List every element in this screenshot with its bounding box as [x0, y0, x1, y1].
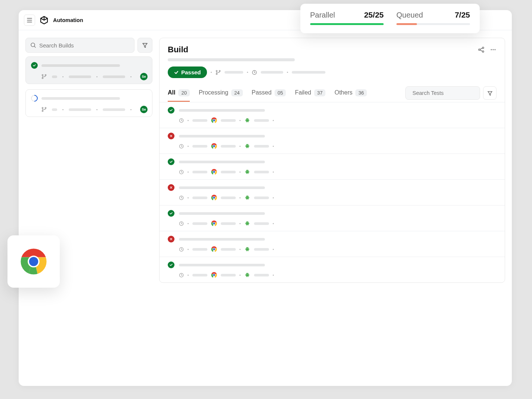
filter-builds-button[interactable] [137, 38, 152, 53]
clock-icon [179, 273, 184, 278]
test-row[interactable] [160, 205, 505, 231]
placeholder [41, 64, 120, 67]
selenium-badge: Se [140, 106, 148, 113]
chrome-icon [211, 169, 217, 175]
placeholder [192, 145, 207, 148]
status-pass-icon [168, 262, 174, 268]
share-icon[interactable] [478, 46, 485, 53]
metric-value: 7/25 [455, 10, 470, 19]
status-running-icon [30, 93, 39, 103]
branch-icon [41, 107, 47, 112]
svg-point-77 [247, 273, 247, 274]
svg-point-24 [248, 119, 248, 119]
placeholder [221, 119, 236, 122]
build-card[interactable]: Se [25, 56, 152, 84]
svg-point-60 [248, 222, 248, 222]
tab-others[interactable]: Others36 [334, 85, 366, 102]
logo-icon [40, 16, 49, 25]
svg-point-31 [213, 145, 215, 147]
placeholder [254, 119, 269, 122]
tab-processing[interactable]: Processing24 [199, 85, 243, 102]
placeholder [179, 109, 265, 112]
test-row[interactable] [160, 102, 505, 128]
metric-value: 25/25 [364, 10, 384, 19]
tab-all[interactable]: All20 [168, 85, 190, 102]
tab-passed[interactable]: Passed05 [252, 85, 286, 102]
build-status-label: Passed [181, 69, 201, 75]
android-icon [244, 117, 250, 123]
separator-dot [62, 109, 64, 110]
selenium-badge: Se [140, 73, 148, 80]
search-builds-box[interactable] [25, 38, 134, 53]
search-builds-input[interactable] [39, 42, 130, 49]
placeholder [221, 222, 236, 225]
header-title: Automation [53, 17, 83, 23]
status-fail-icon [168, 236, 174, 242]
svg-rect-62 [249, 223, 249, 224]
test-row[interactable] [160, 128, 505, 154]
svg-point-84 [29, 257, 38, 266]
app-window: Automation [19, 10, 512, 386]
chrome-icon [20, 248, 47, 275]
test-row[interactable] [160, 257, 505, 282]
search-tests-box[interactable] [405, 86, 480, 100]
branch-icon [41, 74, 47, 79]
tests-list [160, 102, 505, 282]
tab-label: Others [334, 89, 352, 96]
separator-dot [239, 249, 241, 250]
svg-point-33 [248, 145, 248, 145]
tab-failed[interactable]: Failed37 [295, 85, 325, 102]
placeholder [221, 248, 236, 251]
svg-rect-71 [249, 248, 249, 250]
separator-dot [273, 275, 274, 276]
search-tests-input[interactable] [412, 90, 483, 96]
status-pass-icon [168, 210, 174, 217]
clock-icon [179, 118, 184, 123]
chrome-icon [211, 272, 217, 278]
status-pass-icon [168, 158, 174, 165]
placeholder [179, 135, 265, 137]
android-icon [244, 220, 250, 226]
chrome-icon [211, 143, 217, 149]
filter-tests-button[interactable] [483, 86, 497, 100]
separator-dot [96, 76, 98, 77]
check-icon [174, 70, 179, 75]
more-icon[interactable] [490, 46, 497, 53]
tab-count: 24 [231, 89, 242, 96]
svg-point-69 [248, 248, 248, 248]
svg-point-49 [213, 197, 215, 198]
separator-dot [287, 72, 288, 73]
placeholder [221, 145, 236, 148]
menu-button[interactable] [24, 15, 35, 26]
placeholder [225, 71, 243, 74]
svg-point-15 [216, 73, 217, 74]
metric-label: Parallel [310, 11, 335, 19]
clock-icon [179, 144, 184, 149]
tabs-row: All20Processing24Passed05Failed37Others3… [160, 84, 505, 102]
placeholder [254, 171, 269, 173]
placeholder [69, 108, 91, 111]
svg-rect-26 [249, 120, 249, 121]
app-body: Se Se [19, 30, 512, 290]
svg-rect-52 [245, 197, 246, 198]
svg-point-14 [219, 70, 220, 71]
tab-count: 20 [178, 89, 189, 96]
build-card[interactable]: Se [25, 89, 152, 117]
test-row[interactable] [160, 180, 505, 205]
status-pass-icon [31, 62, 38, 69]
svg-point-10 [491, 49, 492, 50]
tabs: All20Processing24Passed05Failed37Others3… [168, 85, 367, 102]
separator-dot [239, 146, 241, 147]
status-fail-icon [168, 184, 174, 191]
test-row[interactable] [160, 154, 505, 180]
test-row[interactable] [160, 231, 505, 257]
separator-dot [239, 171, 241, 173]
svg-rect-80 [249, 274, 249, 276]
svg-point-9 [482, 51, 484, 52]
status-metric-parallel: Parallel 25/25 [310, 10, 384, 25]
tab-label: Failed [295, 89, 311, 96]
filter-icon [142, 42, 148, 48]
chrome-icon [211, 195, 217, 201]
placeholder [192, 119, 207, 122]
placeholder [41, 97, 120, 100]
